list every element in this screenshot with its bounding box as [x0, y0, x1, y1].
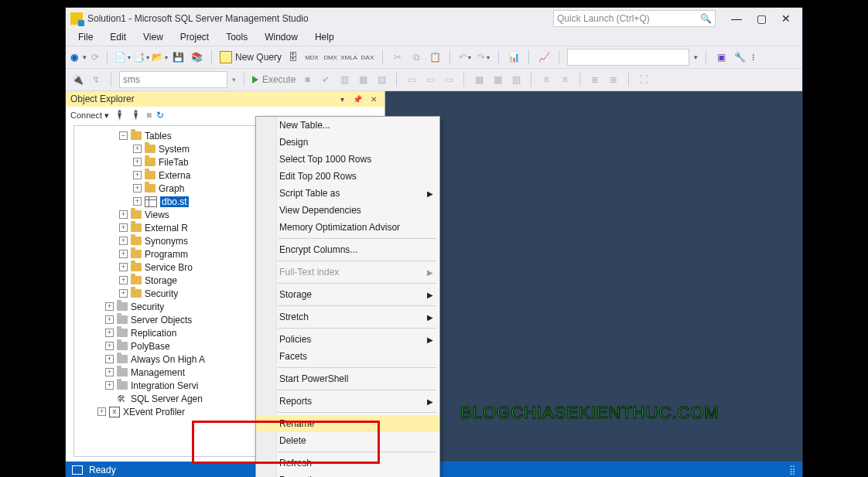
xevent-icon: X: [109, 407, 120, 417]
minimize-button[interactable]: —: [731, 12, 742, 25]
tree-external-tables[interactable]: Externa: [159, 170, 190, 181]
menu-window[interactable]: Window: [257, 30, 306, 44]
ctx-design[interactable]: Design: [256, 134, 439, 151]
ctx-stretch[interactable]: Stretch▶: [256, 308, 439, 325]
stop-icon[interactable]: ■: [300, 73, 314, 87]
tree-integration-services[interactable]: Integration Servi: [131, 380, 198, 391]
dmx-icon[interactable]: DMX: [323, 50, 337, 64]
filter-icon[interactable]: 🕴: [114, 110, 125, 121]
open-project-button[interactable]: 📑: [134, 50, 148, 64]
ctx-new-table[interactable]: New Table...: [256, 117, 439, 134]
pin-icon[interactable]: 📌: [353, 95, 365, 104]
ctx-view-dependencies[interactable]: View Dependencies: [256, 202, 439, 219]
maximize-button[interactable]: ▢: [756, 12, 767, 25]
undo-button[interactable]: ↶: [458, 50, 472, 64]
sql-agent-icon: 🛠: [117, 394, 128, 404]
filter-icon-x[interactable]: 🕴: [130, 110, 142, 121]
activity-monitor-icon[interactable]: 📈: [537, 50, 551, 64]
panel-menu-icon[interactable]: ▾: [340, 95, 347, 104]
quick-launch-placeholder: Quick Launch (Ctrl+Q): [557, 13, 650, 24]
tree-management[interactable]: Management: [131, 367, 185, 378]
ctx-encrypt-columns[interactable]: Encrypt Columns...: [256, 241, 439, 258]
dax-icon[interactable]: DAX: [361, 50, 374, 64]
chevron-right-icon: ▶: [427, 189, 433, 198]
collapse-icon[interactable]: –: [119, 131, 128, 140]
parse-icon[interactable]: ✔: [319, 73, 333, 87]
ctx-delete[interactable]: Delete: [256, 432, 439, 449]
registered-servers-icon[interactable]: ▣: [714, 50, 728, 64]
chevron-right-icon: ▶: [427, 291, 433, 299]
cut-icon[interactable]: ✂: [391, 50, 405, 64]
quick-launch-input[interactable]: Quick Launch (Ctrl+Q) 🔍: [553, 10, 716, 27]
menu-view[interactable]: View: [135, 30, 171, 44]
ctx-select-top[interactable]: Select Top 1000 Rows: [256, 151, 439, 168]
execute-button[interactable]: Execute: [252, 74, 296, 85]
ctx-edit-top[interactable]: Edit Top 200 Rows: [256, 168, 439, 185]
tree-tables[interactable]: Tables: [145, 131, 172, 141]
tree-xevent-profiler[interactable]: XEvent Profiler: [123, 407, 185, 417]
change-conn-icon[interactable]: ↯: [89, 73, 103, 87]
options-icon[interactable]: 🔧: [733, 50, 747, 64]
database-list-dropdown[interactable]: [567, 49, 689, 66]
play-icon: [252, 76, 258, 83]
ctx-refresh[interactable]: Refresh: [256, 455, 439, 472]
close-button[interactable]: ✕: [781, 12, 791, 25]
watermark-text: BLOGCHIASEKIENTHUC.COM: [460, 403, 719, 423]
title-bar: Solution1 - Microsoft SQL Server Managem…: [66, 8, 802, 29]
menu-project[interactable]: Project: [173, 30, 217, 44]
ctx-reports[interactable]: Reports▶: [256, 393, 439, 410]
tree-filetables[interactable]: FileTab: [159, 157, 189, 168]
tree-system-tables[interactable]: System: [159, 144, 190, 155]
ctx-script-table-as[interactable]: Script Table as▶: [256, 185, 439, 202]
tree-graph-tables[interactable]: Graph: [159, 183, 184, 194]
tree-polybase[interactable]: PolyBase: [131, 341, 170, 352]
panel-close-icon[interactable]: ✕: [371, 95, 380, 104]
object-explorer-title-bar: Object Explorer ▾ 📌 ✕: [66, 91, 384, 107]
ctx-policies[interactable]: Policies▶: [256, 331, 439, 348]
copy-icon[interactable]: ⧉: [409, 50, 423, 64]
db-engine-query-icon[interactable]: 🗄: [286, 50, 300, 64]
refresh-tree-icon[interactable]: ↻: [156, 110, 164, 121]
tree-service-broker[interactable]: Service Bro: [145, 262, 193, 273]
tree-synonyms[interactable]: Synonyms: [145, 236, 188, 247]
paste-icon[interactable]: 📋: [428, 50, 442, 64]
tree-replication[interactable]: Replication: [131, 328, 176, 339]
database-combo[interactable]: sms: [119, 71, 227, 88]
ctx-rename[interactable]: Rename: [256, 415, 439, 432]
tree-programmability[interactable]: Programm: [145, 249, 188, 260]
ctx-start-powershell[interactable]: Start PowerShell: [256, 370, 439, 387]
connect-dropdown[interactable]: Connect ▾: [70, 111, 109, 121]
xmla-icon[interactable]: XMLA: [342, 50, 356, 64]
save-all-button[interactable]: 📚: [190, 50, 203, 64]
menu-file[interactable]: File: [70, 30, 101, 44]
connect-icon[interactable]: 🔌: [70, 73, 84, 87]
tree-always-on[interactable]: Always On High A: [131, 354, 205, 365]
ctx-memory-optimization[interactable]: Memory Optimization Advisor: [256, 219, 439, 236]
mdx-icon[interactable]: MDX: [305, 50, 319, 64]
stop-tree-icon[interactable]: ■: [146, 110, 152, 121]
tree-selected-table[interactable]: dbo.st: [160, 196, 189, 207]
ctx-properties[interactable]: Properties: [256, 472, 439, 477]
status-icon: [72, 465, 83, 475]
expand-icon[interactable]: +: [133, 145, 142, 153]
new-query-button[interactable]: New Query: [220, 51, 282, 63]
ctx-storage[interactable]: Storage▶: [256, 286, 439, 303]
tree-sql-agent[interactable]: SQL Server Agen: [131, 394, 203, 404]
tree-external-resources[interactable]: External R: [145, 223, 188, 233]
menu-help[interactable]: Help: [307, 30, 342, 44]
table-icon: [145, 196, 157, 207]
tree-security-db[interactable]: Security: [145, 288, 178, 299]
menu-edit[interactable]: Edit: [102, 30, 134, 44]
new-item-button[interactable]: 📂: [152, 50, 166, 64]
status-text: Ready: [89, 465, 116, 475]
save-button[interactable]: 💾: [171, 50, 185, 64]
tree-server-objects[interactable]: Server Objects: [131, 315, 192, 325]
tree-security[interactable]: Security: [131, 302, 164, 312]
ctx-facets[interactable]: Facets: [256, 348, 439, 365]
redo-button[interactable]: ↷: [477, 50, 490, 64]
properties-icon[interactable]: 📊: [507, 50, 521, 64]
new-project-button[interactable]: 📄: [115, 50, 129, 64]
tree-storage-db[interactable]: Storage: [145, 275, 177, 286]
tree-views[interactable]: Views: [145, 210, 169, 220]
menu-tools[interactable]: Tools: [218, 30, 255, 44]
